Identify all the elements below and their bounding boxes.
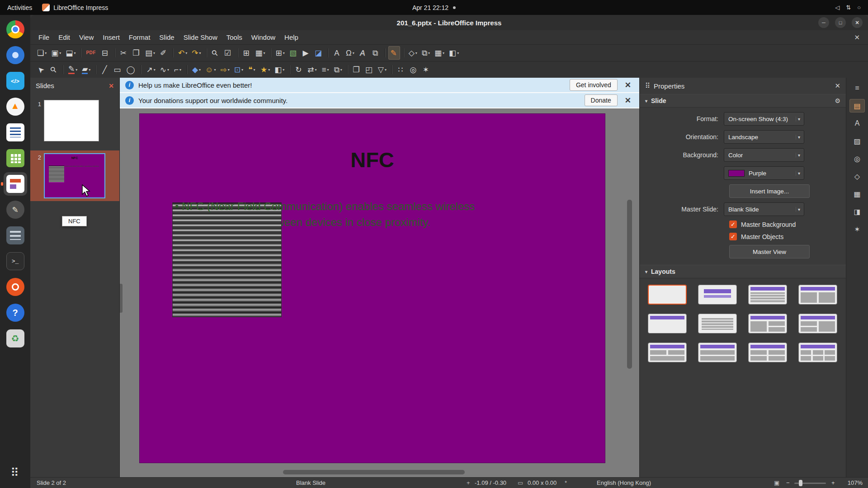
print-button[interactable]: ⊟	[99, 46, 111, 60]
display-grid-button[interactable]: ⊞	[241, 46, 253, 60]
menu-item[interactable]: Slide	[155, 32, 179, 43]
copy-button[interactable]: ❐	[131, 46, 142, 60]
slides-panel-close-icon[interactable]: ✕	[108, 82, 114, 89]
layout-content-two-content[interactable]	[748, 314, 787, 333]
language-label[interactable]: English (Hong Kong)	[597, 479, 651, 486]
special-character-button[interactable]: Ω ▾	[344, 46, 356, 60]
layout-two-content-over-content[interactable]	[648, 343, 687, 362]
layout-title-two-content[interactable]	[798, 285, 837, 305]
fill-color-button[interactable]: ▰ ▾	[80, 63, 92, 76]
volume-icon[interactable]: ◁	[835, 4, 840, 11]
layout-content-over-content[interactable]	[698, 343, 737, 362]
notification-action-button[interactable]: Get involved	[570, 79, 618, 91]
libreoffice-calc-icon[interactable]	[4, 146, 27, 170]
insert-textbox-button[interactable]: A	[331, 46, 343, 60]
insert-line-tool[interactable]: ╱	[99, 63, 111, 76]
arrange-button[interactable]: ⧉ ▾	[332, 63, 344, 76]
menu-item[interactable]: Help	[280, 32, 303, 43]
zoom-in-button[interactable]: +	[831, 479, 835, 486]
zoom-slider-thumb[interactable]	[799, 480, 802, 486]
tab-animation[interactable]: ✶	[849, 222, 865, 236]
3d-objects-tool[interactable]: ◧ ▾	[273, 63, 286, 76]
vlc-icon[interactable]	[4, 95, 27, 118]
curves-polygons-tool[interactable]: ∿ ▾	[158, 63, 171, 76]
shadow-button[interactable]: ❐	[351, 63, 363, 76]
layout-six-content[interactable]	[798, 343, 837, 362]
menu-item[interactable]: Edit	[54, 32, 75, 43]
paste-button[interactable]: ▤ ▾	[143, 46, 157, 60]
master-slide-select[interactable]: Blank Slide	[724, 202, 804, 216]
close-document-icon[interactable]: ✕	[849, 33, 864, 42]
menu-item[interactable]: Insert	[98, 32, 124, 43]
slide-thumbnail-row-2[interactable]: 2 NFC NFC (Near Field Communication) ena…	[30, 150, 119, 201]
save-button[interactable]: ⬓ ▾	[64, 46, 77, 60]
zoom-out-button[interactable]: −	[786, 479, 790, 486]
tab-slide-transition[interactable]: ◨	[849, 205, 865, 218]
connectors-tool[interactable]: ⌐ ▾	[172, 63, 184, 76]
find-replace-button[interactable]: ⚲	[210, 46, 222, 60]
lines-arrows-tool[interactable]: ↗ ▾	[144, 63, 157, 76]
line-color-button[interactable]: ✎ ▾	[66, 63, 79, 76]
focused-app-menu[interactable]: LibreOffice Impress	[42, 4, 108, 11]
rotate-tool[interactable]: ↻	[293, 63, 305, 76]
insert-media-button[interactable]: ▶	[300, 46, 312, 60]
tab-styles[interactable]: A	[849, 117, 865, 130]
properties-close-icon[interactable]: ✕	[835, 82, 840, 90]
background-color-select[interactable]: Purple	[724, 166, 804, 180]
layout-title-slide[interactable]	[698, 285, 737, 305]
minimize-button[interactable]: ─	[818, 17, 829, 28]
layout-title-only[interactable]	[648, 314, 687, 333]
new-slide-button[interactable]: ▦ ▾	[433, 46, 446, 60]
master-background-checkbox[interactable]	[729, 221, 737, 228]
layout-title-content[interactable]	[748, 285, 787, 305]
insert-table-button[interactable]: ⊞ ▾	[274, 46, 287, 60]
flowchart-tool[interactable]: ⊡ ▾	[232, 63, 245, 76]
libreoffice-writer-icon[interactable]	[4, 121, 27, 144]
orientation-select[interactable]: Landscape	[724, 130, 804, 144]
symbol-shapes-tool[interactable]: ☺ ▾	[203, 63, 217, 76]
menu-item[interactable]: Window	[247, 32, 280, 43]
notification-close-icon[interactable]: ✕	[622, 80, 634, 90]
callout-shapes-tool[interactable]: ❝ ▾	[246, 63, 258, 76]
redo-button[interactable]: ↷ ▾	[190, 46, 203, 60]
menu-item[interactable]: Format	[124, 32, 155, 43]
fit-slide-icon[interactable]: ▣	[774, 479, 779, 486]
flip-tool[interactable]: ⇄ ▾	[306, 63, 318, 76]
menu-item[interactable]: Slide Show	[179, 32, 222, 43]
gimp-icon[interactable]	[4, 198, 27, 221]
filter-button[interactable]: ▽ ▾	[376, 63, 388, 76]
tab-master-slides[interactable]: ▦	[849, 187, 865, 201]
slide-layout-button[interactable]: ◧ ▾	[447, 46, 461, 60]
menu-item[interactable]: File	[34, 32, 54, 43]
tab-navigator[interactable]: ◎	[849, 152, 865, 165]
edit-points-button[interactable]: ∷	[395, 63, 407, 76]
slide-1-thumbnail[interactable]	[44, 100, 99, 141]
background-select[interactable]: Color	[724, 148, 804, 162]
gear-icon[interactable]: ⚙	[835, 97, 840, 104]
tab-properties[interactable]: ▤	[849, 99, 865, 113]
layout-blank[interactable]	[648, 285, 687, 305]
layout-centered-text[interactable]	[698, 314, 737, 333]
insert-image-button[interactable]: ▧	[288, 46, 299, 60]
menu-item[interactable]: Tools	[222, 32, 247, 43]
stars-banners-tool[interactable]: ★ ▾	[259, 63, 272, 76]
notification-close-icon[interactable]: ✕	[622, 96, 634, 105]
align-objects-button[interactable]: ≡ ▾	[320, 63, 331, 76]
power-icon[interactable]: ○	[857, 4, 861, 11]
master-objects-checkbox[interactable]	[729, 233, 737, 240]
slide-thumbnail-row-1[interactable]: 1	[30, 97, 119, 144]
insert-image-button[interactable]: Insert Image...	[729, 184, 810, 198]
glue-points-button[interactable]: ◎	[408, 63, 420, 76]
slide-title-text[interactable]: NFC	[140, 147, 605, 172]
layout-four-content[interactable]	[748, 343, 787, 362]
horizontal-scrollbar[interactable]	[283, 470, 465, 474]
activities-button[interactable]: Activities	[7, 4, 32, 11]
zoom-pan-tool[interactable]: ⚲	[48, 63, 60, 76]
master-view-button[interactable]: Master View	[729, 245, 810, 258]
vscode-icon[interactable]	[4, 69, 27, 93]
block-arrows-tool[interactable]: ⇨ ▾	[218, 63, 231, 76]
files-icon[interactable]	[4, 224, 27, 247]
layout-two-content-content[interactable]	[798, 314, 837, 333]
slide-section-header[interactable]: ▾ Slide ⚙	[640, 94, 846, 108]
chrome-icon[interactable]	[4, 18, 27, 41]
